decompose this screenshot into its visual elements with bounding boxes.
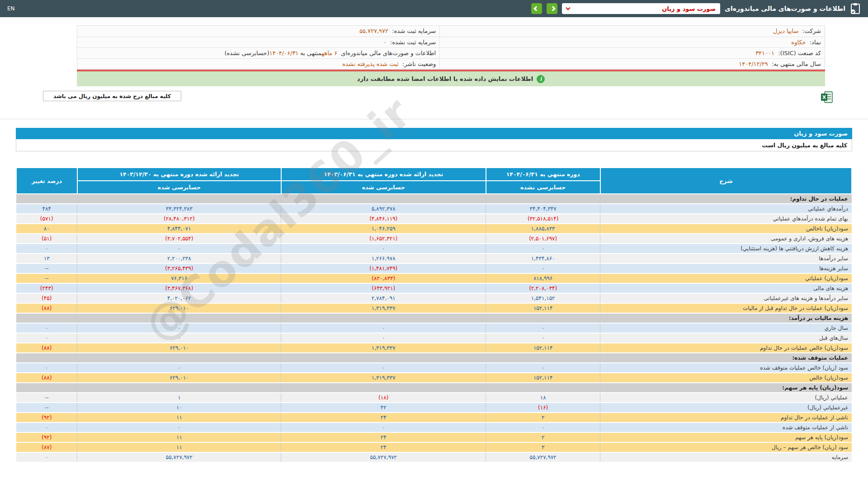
row-value: (۳,۷۰۲,۵۵۴) — [77, 234, 281, 244]
table-row: سود (زیان) خالص هر سهم – ریال۳۲۴۱۱(۸۷) — [16, 442, 852, 452]
row-value: ۱,۵۴۱,۱۵۲ — [486, 293, 600, 303]
row-label: سود(زیان) خالص عملیات در حال تداوم — [600, 343, 852, 353]
row-value: ۰ — [77, 244, 281, 253]
subheader-unaudited: حسابرسی نشده — [486, 181, 600, 194]
row-value: ۰ — [16, 422, 77, 432]
row-value: ۲ — [486, 413, 600, 422]
row-value: ۰ — [486, 333, 600, 343]
row-label: عملیات در حال تداوم: — [600, 194, 852, 204]
page-title: اطلاعات و صورت‌های مالی میاندوره‌ای — [725, 5, 845, 12]
row-value: ۰ — [281, 333, 486, 343]
row-value: ۳ — [486, 442, 600, 452]
table-row: ناشي از عملیات متوقف شده۰۰۰۰ — [16, 422, 852, 432]
table-row: بهای تمام شده درآمدهاي عملیاتي(۳۲,۵۱۸,۵۱… — [16, 214, 852, 224]
table-row: سایر درآمدها و هزینه های غیرعملیاتی۱,۵۴۱… — [16, 293, 852, 303]
row-value: (۸۷) — [16, 442, 77, 452]
row-label: هزینه مالیات بر درآمد: — [600, 313, 852, 323]
row-label: سایر هزینه‌ها — [600, 263, 852, 273]
row-label: سود(زیان) عملیات در حال تداوم قبل از مال… — [600, 303, 852, 313]
previous-statement-button[interactable] — [531, 3, 542, 14]
row-value: -- — [16, 263, 77, 273]
row-value: ۰ — [281, 422, 486, 432]
row-label: بهای تمام شده درآمدهاي عملیاتي — [600, 214, 852, 224]
isic-code-cell: کد صنعت (ISIC): ۳۴۱۰۰۱ — [440, 47, 825, 58]
row-value: (۸۲۰,۸۳۳) — [281, 273, 486, 283]
row-label: ناشي از عملیات در حال تداوم — [600, 413, 852, 422]
row-value: ۵۵,۷۲۷,۹۷۲ — [77, 452, 281, 462]
row-value: ۵۵,۷۲۷,۹۷۲ — [486, 452, 600, 462]
company-name-cell: شرکت: سایپا دیزل — [440, 26, 825, 37]
period-text: اطلاعات و صورت‌های مالی میاندوره‌ای — [339, 50, 436, 56]
period-audit-status: (حسابرسی نشده) — [224, 50, 269, 56]
chevron-left-icon — [533, 6, 538, 11]
signature-match-banner: i اطلاعات نمایش داده شده با اطلاعات امضا… — [77, 71, 825, 86]
row-value: ۶۲۹,۰۱۰ — [77, 343, 281, 353]
row-value: ۰ — [281, 323, 486, 333]
row-label: سود(زیان) پایه هر سهم — [600, 432, 852, 442]
table-header: شرح دوره منتهي به ۱۴۰۴/۰۶/۳۱ تجدید ارائه… — [16, 168, 852, 194]
ticker-cell: نماد: خکاوه — [440, 37, 825, 47]
info-row: شرکت: سایپا دیزل سرمایه ثبت شده: ۵۵,۷۲۷,… — [77, 26, 825, 37]
row-value: ۰ — [486, 263, 600, 273]
svg-text:X: X — [822, 94, 826, 100]
next-statement-button[interactable] — [547, 3, 557, 14]
row-label: سال جاري — [600, 323, 852, 333]
row-value: ۰ — [16, 323, 77, 333]
row-value: (۲,۵۰۱,۶۹۷) — [486, 234, 600, 244]
isic-value: ۳۴۱۰۰۱ — [755, 50, 774, 56]
registered-capital-value: ۵۵,۷۲۷,۹۷۲ — [359, 28, 388, 34]
row-value: (۶۴۳,۹۲۱) — [281, 283, 486, 293]
statement-type-selected-value: صورت سود و زیان — [662, 5, 716, 12]
isic-label: کد صنعت (ISIC): — [778, 50, 821, 56]
fiscal-year-value: ۱۴۰۴/۱۲/۲۹ — [739, 61, 768, 67]
issuer-status-value: ثبت شده پذیرفته نشده — [342, 61, 398, 67]
row-value: ۰ — [486, 244, 600, 253]
row-value — [77, 353, 281, 363]
column-header-restated-yearend: تجدید ارائه شده دوره منتهي به ۱۴۰۳/۱۲/۳۰ — [77, 168, 281, 181]
table-row: سود(زیان) ناخالص۱,۸۸۵,۸۳۳۱,۰۴۶,۲۵۹۴,۸۴۴,… — [16, 224, 852, 234]
language-switch-en[interactable]: EN — [7, 5, 15, 12]
row-value: (۹۲) — [16, 432, 77, 442]
row-value: ۷۶,۳۱۶ — [77, 273, 281, 283]
row-value: ۱۸ — [486, 393, 600, 403]
table-row: هزینه کاهش ارزش دریافتني ها (هزینه استثن… — [16, 244, 852, 253]
row-value: ۰ — [16, 452, 77, 462]
income-table-body: عملیات در حال تداوم:درآمدهاي عملیاتي۳۴,۴… — [16, 194, 852, 462]
ticker-label: نماد: — [810, 39, 821, 46]
row-value: ۱۳ — [16, 253, 77, 263]
row-value: ۱,۳۱۹,۳۳۷ — [281, 303, 486, 313]
row-value: ۴,۰۲۰,۰۶۲ — [77, 293, 281, 303]
company-value: سایپا دیزل — [773, 28, 799, 34]
tools-row: X کلیه مبالغ درج شده به میلیون ریال می ب… — [43, 91, 833, 106]
table-row: سود (زیان) خالص عملیات متوقف شده۰۰۰۰ — [16, 363, 852, 373]
statement-type-dropdown[interactable]: صورت سود و زیان — [562, 3, 720, 14]
row-value: ۱,۳۱۹,۳۳۷ — [281, 343, 486, 353]
row-value: ۴۲ — [281, 403, 486, 413]
table-row: سال جاري۰۰۰۰ — [16, 323, 852, 333]
financial-report-icon — [850, 3, 861, 14]
row-value: (۲۸,۴۸۰,۳۱۲) — [77, 214, 281, 224]
column-header-description: شرح — [600, 168, 852, 194]
row-value: ۱,۳۱۹,۳۳۷ — [281, 373, 486, 383]
row-value — [77, 313, 281, 323]
row-value: ۱,۰۴۶,۲۵۹ — [281, 224, 486, 234]
statement-title-bar: صورت سود و زیان — [16, 128, 852, 139]
income-statement-table: شرح دوره منتهي به ۱۴۰۴/۰۶/۳۱ تجدید ارائه… — [16, 167, 852, 463]
company-info-panel: شرکت: سایپا دیزل سرمایه ثبت شده: ۵۵,۷۲۷,… — [77, 25, 825, 70]
unregistered-capital-value: ۰ — [383, 39, 387, 46]
row-label: سال‌هاي قبل — [600, 333, 852, 343]
row-value: (۸۸) — [16, 303, 77, 313]
row-label: عملیات متوقف شده: — [600, 353, 852, 363]
row-label: سود(زیان) خالص — [600, 373, 852, 383]
row-label: هزینه های فروش، اداری و عمومی — [600, 234, 852, 244]
excel-export-icon[interactable]: X — [821, 91, 833, 103]
period-description-cell: اطلاعات و صورت‌های مالی میاندوره‌ای ۶ ما… — [77, 47, 440, 58]
row-value: ۵,۸۹۲,۳۷۸ — [281, 204, 486, 214]
table-row: هزینه های مالی(۲,۲۰۸,۰۳۴)(۶۴۳,۹۲۱)(۳,۴۶۷… — [16, 283, 852, 293]
period-text: منتهی به — [300, 50, 321, 56]
row-value: ۱ — [77, 393, 281, 403]
row-value: -- — [16, 403, 77, 413]
row-value — [16, 313, 77, 323]
row-value: ۲,۲۰۰,۲۳۸ — [77, 253, 281, 263]
row-value — [281, 383, 486, 393]
